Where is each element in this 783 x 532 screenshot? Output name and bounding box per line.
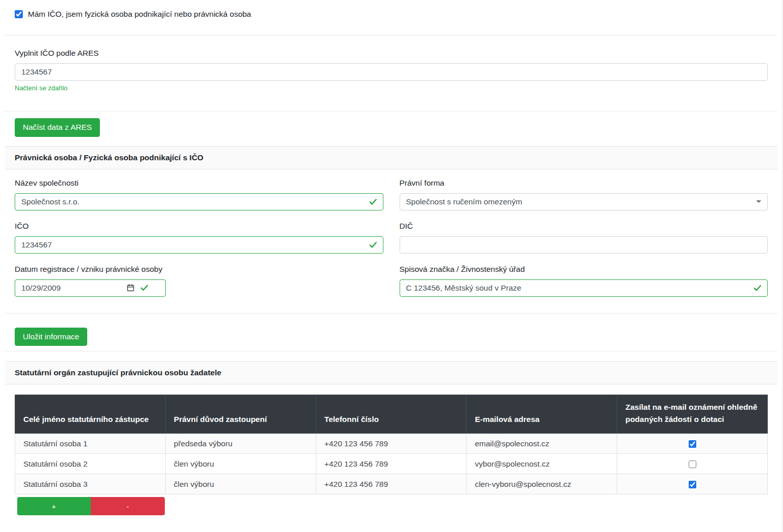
cell-email: vybor@spolecnost.cz — [467, 454, 617, 474]
has-ico-label: Mám IČO, jsem fyzická osoba podnikající … — [28, 10, 251, 19]
cell-reason: předseda výboru — [165, 434, 316, 454]
registration-date-label: Datum registrace / vzniku právnické osob… — [15, 265, 383, 274]
table-footer-row: + - — [15, 494, 768, 516]
col-header-phone: Telefonní číslo — [316, 395, 467, 434]
notify-checkbox[interactable] — [689, 481, 696, 488]
cell-email: email@spolecnost.cz — [467, 434, 617, 454]
col-header-email: E-mailová adresa — [467, 395, 617, 434]
add-row-button[interactable]: + — [17, 497, 91, 515]
statutory-section-title: Statutární orgán zastupující právnickou … — [5, 362, 777, 384]
company-name-input[interactable] — [21, 197, 377, 206]
company-name-field: Název společnosti — [15, 179, 383, 210]
file-number-field: Spisová značka / Živnostenský úřad — [400, 265, 768, 297]
ares-ico-label: Vyplnit IČO podle ARES — [15, 49, 768, 58]
ico-field: IČO — [15, 222, 383, 254]
col-header-reason: Právní důvod zastoupení — [165, 395, 316, 434]
company-form: Název společnosti Právní forma Společnos… — [5, 169, 777, 313]
ico-label: IČO — [15, 222, 383, 231]
cell-name: Statutární osoba 3 — [15, 474, 166, 494]
dic-label: DIČ — [400, 222, 768, 231]
chevron-down-icon — [756, 200, 761, 203]
file-number-label: Spisová značka / Živnostenský úřad — [400, 265, 768, 274]
ico-input[interactable] — [21, 240, 377, 250]
dic-wrap — [400, 236, 768, 254]
statutory-table: Celé jméno statutárního zástupce Právní … — [15, 395, 768, 515]
company-section-title: Právnická osoba / Fyzická osoba podnikaj… — [5, 147, 777, 169]
table-row: Statutární osoba 3 člen výboru +420 123 … — [15, 474, 768, 494]
legal-form-field: Právní forma Společnost s ručením omezen… — [400, 179, 768, 210]
col-header-notify: Zasílat na e-mail oznámení ohledně podan… — [617, 395, 768, 434]
cell-reason: člen výboru — [165, 454, 316, 474]
ares-button-section: Načíst data z ARES — [5, 112, 777, 146]
remove-row-button[interactable]: - — [91, 497, 165, 515]
valid-check-icon — [368, 240, 378, 250]
ares-section: Vyplnit IČO podle ARES Načtení se zdařil… — [5, 36, 777, 112]
has-ico-checkbox[interactable] — [15, 10, 23, 18]
dic-field: DIČ — [400, 222, 768, 254]
company-name-label: Název společnosti — [15, 179, 383, 188]
cell-phone: +420 123 456 789 — [316, 454, 467, 474]
cell-name: Statutární osoba 1 — [15, 434, 166, 454]
notify-checkbox[interactable] — [689, 460, 696, 468]
legal-form-select[interactable]: Společnost s ručením omezeným — [400, 193, 768, 210]
file-number-wrap — [400, 279, 768, 297]
calendar-icon[interactable] — [126, 283, 135, 292]
has-ico-row: Mám IČO, jsem fyzická osoba podnikající … — [15, 10, 768, 19]
legal-form-label: Právní forma — [400, 179, 768, 188]
save-info-button[interactable]: Uložit informace — [15, 328, 87, 346]
file-number-input[interactable] — [406, 283, 762, 293]
registration-date-field: Datum registrace / vzniku právnické osob… — [15, 265, 383, 297]
valid-check-icon — [139, 283, 149, 293]
has-ico-section: Mám IČO, jsem fyzická osoba podnikající … — [5, 0, 777, 36]
ares-ico-input[interactable] — [21, 67, 761, 77]
form-page: Mám IČO, jsem fyzická osoba podnikající … — [0, 0, 783, 532]
company-name-wrap — [15, 193, 383, 210]
notify-checkbox[interactable] — [689, 440, 696, 448]
registration-date-value: 10/29/2009 — [21, 283, 122, 293]
statutory-card: Statutární orgán zastupující právnickou … — [5, 361, 777, 525]
table-row: Statutární osoba 2 člen výboru +420 123 … — [15, 454, 768, 474]
ico-wrap — [15, 236, 383, 254]
valid-check-icon — [753, 283, 762, 293]
legal-form-value: Společnost s ručením omezeným — [406, 197, 522, 206]
cell-reason: člen výboru — [165, 474, 316, 494]
statutory-table-wrap: Celé jméno statutárního zástupce Právní … — [5, 384, 777, 525]
load-ares-button[interactable]: Načíst data z ARES — [15, 118, 100, 137]
ares-status-text: Načtení se zdařilo — [15, 84, 768, 92]
table-row: Statutární osoba 1 předseda výboru +420 … — [15, 434, 768, 454]
col-header-name: Celé jméno statutárního zástupce — [15, 395, 166, 434]
save-section: Uložit informace — [5, 313, 777, 352]
company-card: Právnická osoba / Fyzická osoba podnikaj… — [5, 146, 777, 313]
cell-name: Statutární osoba 2 — [15, 454, 166, 474]
valid-check-icon — [368, 197, 378, 206]
ares-ico-field-wrap — [15, 63, 768, 81]
cell-phone: +420 123 456 789 — [316, 474, 467, 494]
registration-date-input[interactable]: 10/29/2009 — [15, 279, 166, 297]
dic-input[interactable] — [406, 240, 762, 250]
cell-phone: +420 123 456 789 — [316, 434, 467, 454]
table-header-row: Celé jméno statutárního zástupce Právní … — [15, 395, 768, 434]
cell-email: clen-vyboru@spolecnost.cz — [467, 474, 617, 494]
